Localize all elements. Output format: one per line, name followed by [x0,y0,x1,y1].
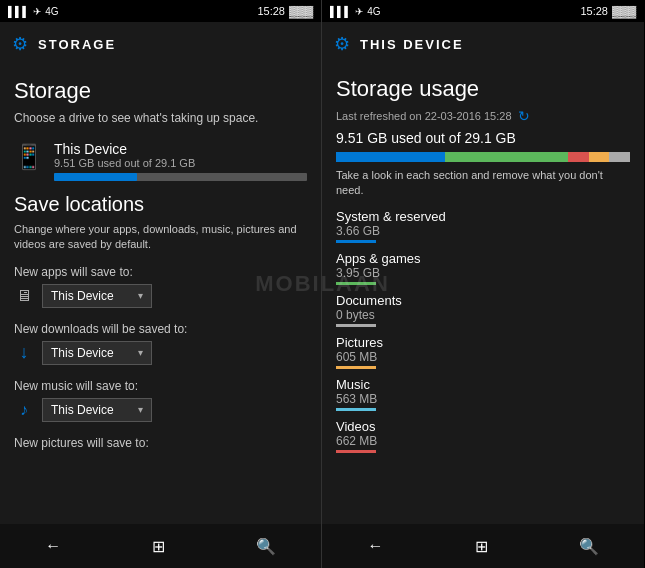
storage-bar [54,173,307,181]
bar-seg-0 [336,152,445,162]
usage-pictures-name: Pictures [336,335,630,350]
save-music-row: ♪ This Device ▾ [14,398,307,422]
back-button-right[interactable]: ← [352,533,400,559]
usage-music-size: 563 MB [336,392,630,406]
save-apps-label: New apps will save to: [14,265,307,279]
storage-tip: Take a look in each section and remove w… [336,168,630,199]
save-music-label: New music will save to: [14,379,307,393]
apps-dropdown[interactable]: This Device ▾ [42,284,152,308]
save-pictures-label: New pictures will save to: [14,436,307,450]
usage-videos-name: Videos [336,419,630,434]
refresh-text: Last refreshed on 22-03-2016 15:28 [336,110,512,122]
home-button-left[interactable]: ⊞ [136,533,181,560]
music-dropdown[interactable]: This Device ▾ [42,398,152,422]
time-left: 15:28 [257,5,285,17]
usage-pictures-size: 605 MB [336,350,630,364]
usage-videos[interactable]: Videos 662 MB [336,419,630,453]
right-page-title: Storage usage [336,76,630,102]
left-panel: ▌▌▌ ✈ 4G 15:28 ▓▓▓ ⚙ STORAGE Storage Cho… [0,0,322,568]
phone-icon: 📱 [14,143,44,171]
music-dropdown-value: This Device [51,403,132,417]
wifi-icon: ✈ [33,6,41,17]
search-button-left[interactable]: 🔍 [240,533,292,560]
usage-apps-bar [336,282,376,285]
refresh-row: Last refreshed on 22-03-2016 15:28 ↻ [336,108,630,124]
bottom-nav-left: ← ⊞ 🔍 [0,524,321,568]
battery-icon-right: ▓▓▓ [612,5,636,17]
save-apps-row: 🖥 This Device ▾ [14,284,307,308]
left-header: ⚙ STORAGE [0,22,321,66]
back-button-left[interactable]: ← [29,533,77,559]
bottom-nav-right: ← ⊞ 🔍 [322,524,644,568]
status-right-right-icons: 15:28 ▓▓▓ [580,5,636,17]
usage-music[interactable]: Music 563 MB [336,377,630,411]
usage-music-bar [336,408,376,411]
time-right: 15:28 [580,5,608,17]
music-icon: ♪ [14,401,34,419]
right-content: Storage usage Last refreshed on 22-03-20… [322,66,644,524]
usage-music-name: Music [336,377,630,392]
bar-seg-1 [445,152,568,162]
usage-docs[interactable]: Documents 0 bytes [336,293,630,327]
save-downloads-row: ↓ This Device ▾ [14,341,307,365]
download-icon: ↓ [14,342,34,363]
multi-bar [336,152,630,162]
usage-system-bar [336,240,376,243]
left-content: Storage Choose a drive to see what's tak… [0,66,321,524]
search-button-right[interactable]: 🔍 [563,533,615,560]
downloads-dropdown-arrow: ▾ [138,347,143,358]
wifi-icon-right: ✈ [355,6,363,17]
save-downloads-item: New downloads will be saved to: ↓ This D… [14,322,307,365]
usage-docs-name: Documents [336,293,630,308]
monitor-icon: 🖥 [14,287,34,305]
right-header-title: THIS DEVICE [360,37,464,52]
data-icon: 4G [45,6,58,17]
signal-icon-right: ▌▌▌ [330,6,351,17]
bar-seg-4 [609,152,630,162]
status-bar-right: ▌▌▌ ✈ 4G 15:28 ▓▓▓ [322,0,644,22]
downloads-dropdown-value: This Device [51,346,132,360]
refresh-icon[interactable]: ↻ [518,108,530,124]
settings-icon-left: ⚙ [12,33,28,55]
usage-videos-bar [336,450,376,453]
device-size-text: 9.51 GB used out of 29.1 GB [54,157,307,169]
battery-icon-left: ▓▓▓ [289,5,313,17]
save-apps-item: New apps will save to: 🖥 This Device ▾ [14,265,307,308]
status-bar-left: ▌▌▌ ✈ 4G 15:28 ▓▓▓ [0,0,321,22]
usage-pictures[interactable]: Pictures 605 MB [336,335,630,369]
music-dropdown-arrow: ▾ [138,404,143,415]
left-subtitle: Choose a drive to see what's taking up s… [14,110,307,127]
right-header: ⚙ THIS DEVICE [322,22,644,66]
downloads-dropdown[interactable]: This Device ▾ [42,341,152,365]
status-right-icons: 15:28 ▓▓▓ [257,5,313,17]
data-icon-right: 4G [367,6,380,17]
device-info: This Device 9.51 GB used out of 29.1 GB [54,141,307,181]
left-page-title: Storage [14,78,307,104]
usage-apps-name: Apps & games [336,251,630,266]
left-header-title: STORAGE [38,37,116,52]
bar-seg-2 [568,152,589,162]
usage-apps[interactable]: Apps & games 3.95 GB [336,251,630,285]
device-storage-item: 📱 This Device 9.51 GB used out of 29.1 G… [14,141,307,181]
usage-system-size: 3.66 GB [336,224,630,238]
storage-bar-fill [54,173,137,181]
usage-videos-size: 662 MB [336,434,630,448]
storage-total: 9.51 GB used out of 29.1 GB [336,130,630,146]
save-downloads-label: New downloads will be saved to: [14,322,307,336]
usage-system-name: System & reserved [336,209,630,224]
status-right-left-icons: ▌▌▌ ✈ 4G [330,6,381,17]
right-panel: ▌▌▌ ✈ 4G 15:28 ▓▓▓ ⚙ THIS DEVICE Storage… [322,0,644,568]
usage-system[interactable]: System & reserved 3.66 GB [336,209,630,243]
save-music-item: New music will save to: ♪ This Device ▾ [14,379,307,422]
usage-docs-bar [336,324,376,327]
usage-docs-size: 0 bytes [336,308,630,322]
home-button-right[interactable]: ⊞ [459,533,504,560]
signal-icon: ▌▌▌ [8,6,29,17]
status-left-icons: ▌▌▌ ✈ 4G [8,6,59,17]
bar-seg-3 [589,152,610,162]
apps-dropdown-arrow: ▾ [138,290,143,301]
settings-icon-right: ⚙ [334,33,350,55]
save-locations-desc: Change where your apps, downloads, music… [14,222,307,253]
apps-dropdown-value: This Device [51,289,132,303]
usage-apps-size: 3.95 GB [336,266,630,280]
